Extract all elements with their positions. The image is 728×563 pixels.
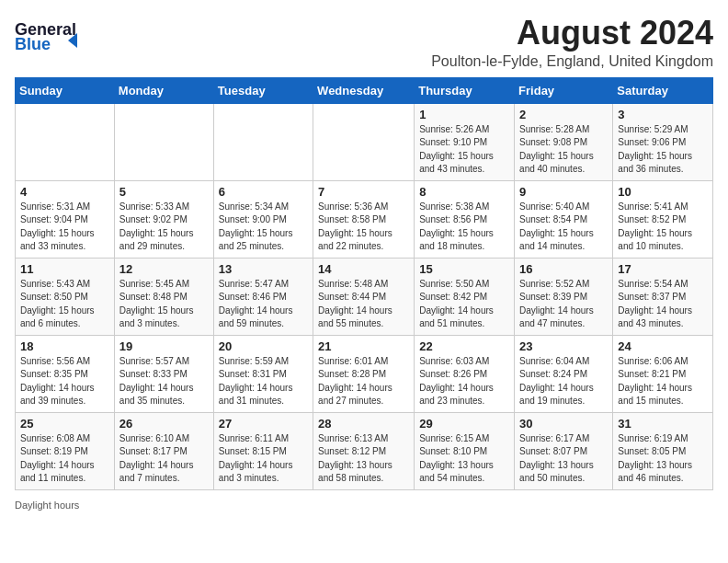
- calendar-cell: 28Sunrise: 6:13 AM Sunset: 8:12 PM Dayli…: [313, 412, 415, 489]
- svg-text:Blue: Blue: [15, 35, 51, 52]
- day-info: Sunrise: 5:38 AM Sunset: 8:56 PM Dayligh…: [419, 201, 509, 254]
- day-info: Sunrise: 5:26 AM Sunset: 9:10 PM Dayligh…: [419, 123, 509, 177]
- day-info: Sunrise: 5:52 AM Sunset: 8:39 PM Dayligh…: [519, 278, 608, 331]
- calendar-day-header: Saturday: [613, 77, 713, 103]
- calendar-header: SundayMondayTuesdayWednesdayThursdayFrid…: [16, 77, 713, 103]
- calendar-cell: 21Sunrise: 6:01 AM Sunset: 8:28 PM Dayli…: [313, 335, 415, 412]
- day-number: 28: [318, 417, 409, 431]
- day-number: 19: [119, 339, 209, 353]
- calendar-cell: [213, 103, 313, 180]
- month-year-title: August 2024: [431, 15, 713, 52]
- day-info: Sunrise: 5:29 AM Sunset: 9:06 PM Dayligh…: [618, 123, 708, 177]
- day-info: Sunrise: 6:06 AM Sunset: 8:21 PM Dayligh…: [618, 355, 708, 408]
- day-number: 2: [519, 108, 608, 121]
- day-number: 21: [318, 339, 409, 353]
- day-number: 6: [219, 185, 308, 199]
- calendar-cell: 8Sunrise: 5:38 AM Sunset: 8:56 PM Daylig…: [415, 180, 515, 258]
- calendar-cell: 3Sunrise: 5:29 AM Sunset: 9:06 PM Daylig…: [613, 103, 713, 180]
- calendar-cell: 10Sunrise: 5:41 AM Sunset: 8:52 PM Dayli…: [613, 180, 713, 258]
- calendar-cell: 29Sunrise: 6:15 AM Sunset: 8:10 PM Dayli…: [415, 412, 515, 489]
- calendar-cell: 25Sunrise: 6:08 AM Sunset: 8:19 PM Dayli…: [16, 412, 115, 489]
- calendar-cell: 16Sunrise: 5:52 AM Sunset: 8:39 PM Dayli…: [515, 258, 613, 335]
- day-info: Sunrise: 5:33 AM Sunset: 9:02 PM Dayligh…: [119, 201, 209, 254]
- calendar-cell: 19Sunrise: 5:57 AM Sunset: 8:33 PM Dayli…: [114, 335, 213, 412]
- day-info: Sunrise: 6:04 AM Sunset: 8:24 PM Dayligh…: [519, 355, 608, 408]
- day-info: Sunrise: 5:28 AM Sunset: 9:08 PM Dayligh…: [519, 123, 608, 177]
- calendar-day-header: Friday: [515, 77, 613, 103]
- calendar-cell: 12Sunrise: 5:45 AM Sunset: 8:48 PM Dayli…: [114, 258, 213, 335]
- calendar-cell: 24Sunrise: 6:06 AM Sunset: 8:21 PM Dayli…: [613, 335, 713, 412]
- day-info: Sunrise: 6:15 AM Sunset: 8:10 PM Dayligh…: [419, 432, 509, 486]
- logo: General Blue: [15, 15, 81, 52]
- day-number: 16: [519, 262, 608, 276]
- calendar-cell: 20Sunrise: 5:59 AM Sunset: 8:31 PM Dayli…: [213, 335, 313, 412]
- day-info: Sunrise: 5:48 AM Sunset: 8:44 PM Dayligh…: [318, 278, 409, 331]
- calendar-cell: 15Sunrise: 5:50 AM Sunset: 8:42 PM Dayli…: [415, 258, 515, 335]
- day-info: Sunrise: 6:13 AM Sunset: 8:12 PM Dayligh…: [318, 432, 409, 486]
- day-info: Sunrise: 5:36 AM Sunset: 8:58 PM Dayligh…: [318, 201, 409, 254]
- day-number: 3: [618, 108, 708, 121]
- calendar-cell: 7Sunrise: 5:36 AM Sunset: 8:58 PM Daylig…: [313, 180, 415, 258]
- day-info: Sunrise: 5:57 AM Sunset: 8:33 PM Dayligh…: [119, 355, 209, 408]
- day-number: 8: [419, 185, 509, 199]
- calendar-day-header: Monday: [114, 77, 213, 103]
- day-info: Sunrise: 6:11 AM Sunset: 8:15 PM Dayligh…: [219, 432, 308, 486]
- day-info: Sunrise: 5:47 AM Sunset: 8:46 PM Dayligh…: [219, 278, 308, 331]
- day-info: Sunrise: 6:03 AM Sunset: 8:26 PM Dayligh…: [419, 355, 509, 408]
- calendar-cell: 26Sunrise: 6:10 AM Sunset: 8:17 PM Dayli…: [114, 412, 213, 489]
- calendar-table: SundayMondayTuesdayWednesdayThursdayFrid…: [15, 77, 713, 490]
- day-number: 25: [20, 417, 109, 431]
- day-number: 20: [219, 339, 308, 353]
- day-number: 9: [519, 185, 608, 199]
- day-info: Sunrise: 6:19 AM Sunset: 8:05 PM Dayligh…: [618, 432, 708, 486]
- day-number: 27: [219, 417, 308, 431]
- calendar-cell: 23Sunrise: 6:04 AM Sunset: 8:24 PM Dayli…: [515, 335, 613, 412]
- title-block: August 2024 Poulton-le-Fylde, England, U…: [431, 15, 713, 70]
- footer-note: Daylight hours: [15, 500, 713, 511]
- page-header: General Blue August 2024 Poulton-le-Fyld…: [15, 15, 713, 70]
- day-info: Sunrise: 5:59 AM Sunset: 8:31 PM Dayligh…: [219, 355, 308, 408]
- calendar-cell: 13Sunrise: 5:47 AM Sunset: 8:46 PM Dayli…: [213, 258, 313, 335]
- calendar-cell: 14Sunrise: 5:48 AM Sunset: 8:44 PM Dayli…: [313, 258, 415, 335]
- day-info: Sunrise: 5:41 AM Sunset: 8:52 PM Dayligh…: [618, 201, 708, 254]
- calendar-cell: 11Sunrise: 5:43 AM Sunset: 8:50 PM Dayli…: [16, 258, 115, 335]
- day-info: Sunrise: 5:54 AM Sunset: 8:37 PM Dayligh…: [618, 278, 708, 331]
- calendar-cell: 4Sunrise: 5:31 AM Sunset: 9:04 PM Daylig…: [16, 180, 115, 258]
- day-number: 4: [20, 185, 109, 199]
- day-number: 17: [618, 262, 708, 276]
- calendar-cell: [313, 103, 415, 180]
- calendar-cell: 9Sunrise: 5:40 AM Sunset: 8:54 PM Daylig…: [515, 180, 613, 258]
- day-info: Sunrise: 5:34 AM Sunset: 9:00 PM Dayligh…: [219, 201, 308, 254]
- day-number: 12: [119, 262, 209, 276]
- calendar-cell: 30Sunrise: 6:17 AM Sunset: 8:07 PM Dayli…: [515, 412, 613, 489]
- calendar-cell: [16, 103, 115, 180]
- day-number: 11: [20, 262, 109, 276]
- calendar-cell: 17Sunrise: 5:54 AM Sunset: 8:37 PM Dayli…: [613, 258, 713, 335]
- day-number: 1: [419, 108, 509, 121]
- calendar-day-header: Thursday: [415, 77, 515, 103]
- day-number: 10: [618, 185, 708, 199]
- day-info: Sunrise: 5:31 AM Sunset: 9:04 PM Dayligh…: [20, 201, 109, 254]
- calendar-cell: 2Sunrise: 5:28 AM Sunset: 9:08 PM Daylig…: [515, 103, 613, 180]
- day-number: 15: [419, 262, 509, 276]
- day-number: 31: [618, 417, 708, 431]
- day-info: Sunrise: 6:10 AM Sunset: 8:17 PM Dayligh…: [119, 432, 209, 486]
- day-info: Sunrise: 5:45 AM Sunset: 8:48 PM Dayligh…: [119, 278, 209, 331]
- day-number: 22: [419, 339, 509, 353]
- calendar-cell: 6Sunrise: 5:34 AM Sunset: 9:00 PM Daylig…: [213, 180, 313, 258]
- day-number: 14: [318, 262, 409, 276]
- day-number: 30: [519, 417, 608, 431]
- day-number: 5: [119, 185, 209, 199]
- day-info: Sunrise: 5:43 AM Sunset: 8:50 PM Dayligh…: [20, 278, 109, 331]
- calendar-cell: 1Sunrise: 5:26 AM Sunset: 9:10 PM Daylig…: [415, 103, 515, 180]
- day-number: 24: [618, 339, 708, 353]
- calendar-cell: 27Sunrise: 6:11 AM Sunset: 8:15 PM Dayli…: [213, 412, 313, 489]
- day-info: Sunrise: 5:40 AM Sunset: 8:54 PM Dayligh…: [519, 201, 608, 254]
- day-info: Sunrise: 6:17 AM Sunset: 8:07 PM Dayligh…: [519, 432, 608, 486]
- day-info: Sunrise: 5:56 AM Sunset: 8:35 PM Dayligh…: [20, 355, 109, 408]
- calendar-day-header: Sunday: [16, 77, 115, 103]
- calendar-cell: 18Sunrise: 5:56 AM Sunset: 8:35 PM Dayli…: [16, 335, 115, 412]
- day-number: 23: [519, 339, 608, 353]
- calendar-cell: 31Sunrise: 6:19 AM Sunset: 8:05 PM Dayli…: [613, 412, 713, 489]
- day-info: Sunrise: 6:01 AM Sunset: 8:28 PM Dayligh…: [318, 355, 409, 408]
